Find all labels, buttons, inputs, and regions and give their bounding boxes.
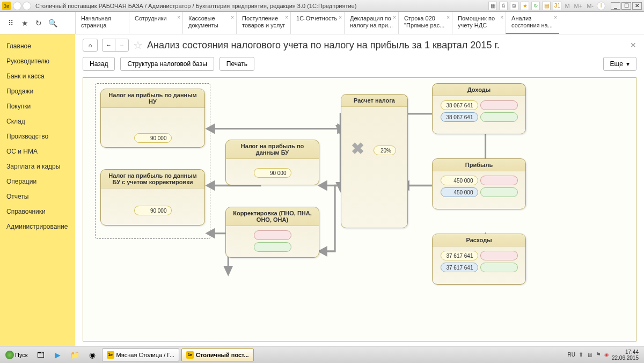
income-green [480, 112, 518, 122]
box-tax-bu-title: Налог на прибыль по данным БУ [226, 140, 319, 159]
tab-1[interactable]: ×Сотрудники [129, 12, 182, 34]
box-tax-bu[interactable]: Налог на прибыль по данным БУ 90 000 [225, 140, 319, 185]
m-minus-label[interactable]: M- [586, 3, 595, 9]
tray-icon-4[interactable]: ◈ [604, 351, 609, 358]
sidebar-item-7[interactable]: ОС и НМА [0, 144, 75, 159]
nav-forward-button[interactable]: → [115, 39, 128, 51]
tray-icon-2[interactable]: 🖥 [587, 352, 592, 358]
app2-icon: 1e [186, 351, 194, 359]
home-button[interactable]: ⌂ [83, 39, 98, 52]
task-chrome-icon[interactable]: ◉ [85, 349, 100, 361]
sidebar-item-12[interactable]: Администрирование [0, 219, 75, 234]
close-page-button[interactable]: ✕ [630, 41, 636, 49]
box-tax-bu-corr[interactable]: Налог на прибыль по данным БУ с учетом к… [100, 169, 205, 226]
sidebar-item-10[interactable]: Отчеты [0, 189, 75, 204]
print-icon[interactable]: ⎙ [499, 2, 508, 10]
tab-3[interactable]: ×Поступлениетоваров и услуг [236, 12, 290, 34]
lang-indicator[interactable]: RU [567, 352, 575, 358]
maximize-button[interactable]: ☐ [621, 2, 631, 10]
m-plus-label[interactable]: M+ [573, 3, 584, 9]
favorite-star-icon[interactable]: ☆ [133, 39, 143, 52]
grid-icon[interactable]: ▦ [488, 2, 497, 10]
sidebar-item-4[interactable]: Покупки [0, 99, 75, 114]
tab-close-icon[interactable]: × [231, 14, 234, 21]
tb-circle-2[interactable] [23, 2, 31, 10]
box-profit[interactable]: Прибыль 450 000 450 000 [432, 158, 526, 209]
titlebar: 1e Столичный поставщик РАБОЧАЯ БАЗА / Ад… [0, 0, 644, 12]
calc-icon[interactable]: ▤ [542, 2, 551, 10]
box-expense[interactable]: Расходы 37 617 641 37 617 641 [432, 234, 526, 285]
box-correction[interactable]: Корректировка (ПНО, ПНА, ОНО, ОНА) [225, 207, 319, 258]
doc-icon[interactable]: 🗎 [510, 2, 518, 10]
back-button[interactable]: Назад [83, 57, 115, 71]
tab-close-icon[interactable]: × [393, 14, 396, 21]
task-icon-2[interactable]: ▶ [50, 349, 65, 361]
tab-line2: налогу на при... [350, 22, 393, 29]
tab-6[interactable]: ×Строка 020"Прямые рас... [398, 12, 452, 34]
tab-close-icon[interactable]: × [177, 14, 180, 21]
info-icon[interactable]: i [597, 2, 605, 10]
sidebar-item-6[interactable]: Производство [0, 129, 75, 144]
tray-flag-icon[interactable]: ⚑ [596, 351, 601, 358]
sidebar-item-9[interactable]: Операции [0, 174, 75, 189]
tab-close-icon[interactable]: × [500, 14, 503, 21]
taskbar-app-2[interactable]: 1e Столичный пост... [181, 349, 254, 361]
sidebar-item-11[interactable]: Справочники [0, 204, 75, 219]
start-button[interactable]: Пуск [2, 350, 31, 360]
sidebar-item-5[interactable]: Склад [0, 114, 75, 129]
box-income[interactable]: Доходы 38 067 641 38 067 641 [432, 83, 526, 134]
refresh-icon[interactable]: ↻ [531, 2, 540, 10]
history-icon[interactable]: ↻ [34, 19, 43, 27]
box-income-title: Доходы [433, 84, 525, 96]
tab-line2: учету НДС [458, 22, 500, 29]
close-button[interactable]: ✕ [632, 2, 642, 10]
clock-date: 22.06.2015 [612, 355, 639, 361]
sidebar-item-3[interactable]: Продажи [0, 84, 75, 99]
content-area: ⌂ ← → ☆ Анализ состояния налогового учет… [75, 34, 644, 346]
taskbar-app-1[interactable]: 1e Мясная Столица / Г... [102, 349, 180, 361]
taskbar: Пуск 🗔 ▶ 📁 ◉ 1e Мясная Столица / Г... 1e… [0, 346, 644, 363]
task-icon-3[interactable]: 📁 [68, 349, 83, 361]
profit-v1: 450 000 [441, 176, 478, 185]
tray-icon-1[interactable]: ⬆ [579, 351, 583, 358]
tb-circle-1[interactable] [13, 2, 21, 10]
star-icon[interactable]: ★ [521, 2, 529, 10]
clock[interactable]: 17:44 22.06.2015 [612, 349, 642, 361]
tab-close-icon[interactable]: × [554, 14, 557, 21]
tab-8[interactable]: ×Анализсостояния на... [506, 12, 559, 34]
box-tax-bu-corr-title: Налог на прибыль по данным БУ с учетом к… [101, 170, 204, 188]
income-v1: 38 067 641 [441, 100, 478, 110]
tab-2[interactable]: ×Кассовыедокументы [182, 12, 236, 34]
nav-back-button[interactable]: ← [103, 39, 115, 51]
apps-icon[interactable]: ⠿ [6, 19, 15, 27]
more-label: Еще [610, 60, 623, 68]
tab-4[interactable]: ×1С-Отчетность [290, 12, 344, 34]
expense-v2: 37 617 641 [441, 263, 478, 272]
more-button[interactable]: Еще ▾ [603, 57, 636, 71]
tab-line2: документы [188, 22, 231, 29]
sidebar-item-2[interactable]: Банк и касса [0, 69, 75, 84]
tab-close-icon[interactable]: × [447, 14, 450, 21]
window-title: Столичный поставщик РАБОЧАЯ БАЗА / Админ… [35, 3, 356, 9]
tab-7[interactable]: ×Помощник поучету НДС [452, 12, 506, 34]
minimize-button[interactable]: _ [611, 2, 620, 10]
tab-0[interactable]: Начальнаястраница [75, 12, 129, 34]
sidebar-item-8[interactable]: Зарплата и кадры [0, 159, 75, 174]
nav-group: ← → [102, 39, 129, 52]
print-button[interactable]: Печать [219, 57, 254, 71]
calendar-icon[interactable]: 31 [553, 2, 561, 10]
search-icon[interactable]: 🔍 [48, 19, 57, 27]
sidebar-item-0[interactable]: Главное [0, 39, 75, 54]
box-tax-calc[interactable]: Расчет налога ✖ 20% [341, 94, 408, 228]
sidebar-item-1[interactable]: Руководителю [0, 54, 75, 69]
tab-close-icon[interactable]: × [285, 14, 288, 21]
box-tax-nu[interactable]: Налог на прибыль по данным НУ 90 000 [100, 89, 205, 148]
tab-line1: Помощник по [458, 15, 500, 22]
structure-button[interactable]: Структура налоговой базы [120, 57, 214, 71]
favorite-icon[interactable]: ★ [20, 19, 29, 27]
profit-green [480, 187, 518, 197]
m-label[interactable]: M [564, 3, 570, 9]
tab-5[interactable]: ×Декларация поналогу на при... [344, 12, 398, 34]
tab-close-icon[interactable]: × [339, 14, 342, 21]
task-icon-1[interactable]: 🗔 [33, 349, 48, 361]
